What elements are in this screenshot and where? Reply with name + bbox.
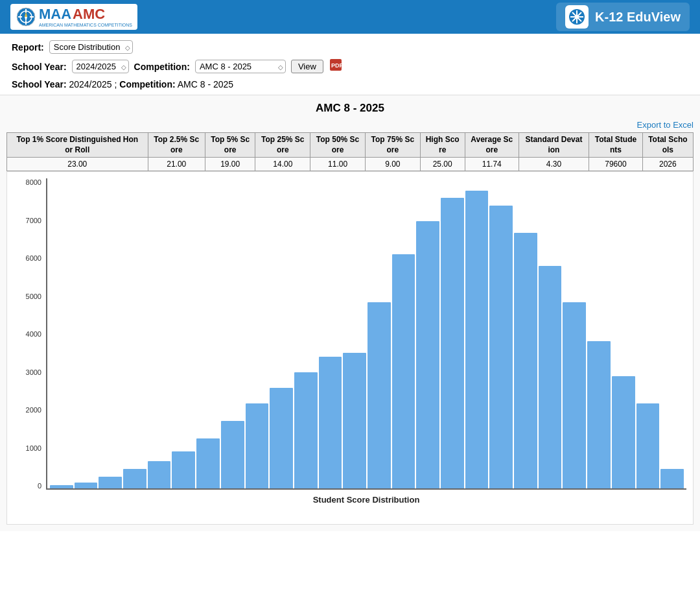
bar-score-14 <box>392 254 415 488</box>
table-cell-7: 11.74 <box>465 158 519 171</box>
table-cell-5: 9.00 <box>365 158 420 171</box>
bar-score-2 <box>99 477 122 488</box>
app-header: MAA AMC AMERICAN MATHEMATICS COMPETITION… <box>0 0 700 34</box>
bar-score-15 <box>416 221 439 488</box>
bar-score-22 <box>587 341 611 488</box>
table-cell-2: 19.00 <box>205 158 255 171</box>
school-competition-row: School Year: 2024/2025 Competition: AMC … <box>12 58 688 75</box>
chart-wrap: 010002000300040005000600070008000 <box>46 178 686 490</box>
col-top5: Top 5% Score <box>205 133 255 158</box>
snowflake-icon <box>568 8 585 25</box>
controls-panel: Report: Score Distribution School Year: … <box>0 34 700 95</box>
y-label: 1000 <box>10 444 41 452</box>
bars-area <box>46 178 686 490</box>
info-row: School Year: 2024/2025 ; Competition: AM… <box>12 79 688 90</box>
svg-text:PDF: PDF <box>331 62 343 69</box>
y-label: 6000 <box>10 254 41 262</box>
school-year-wrapper[interactable]: 2024/2025 <box>72 60 129 73</box>
bar-score-12 <box>343 353 366 488</box>
logo-amc: AMC <box>73 6 105 23</box>
report-content: AMC 8 - 2025 Export to Excel Top 1% Scor… <box>0 95 700 531</box>
svg-point-13 <box>575 15 579 19</box>
stats-table: Top 1% Score Distinguished Honor Roll To… <box>6 132 694 171</box>
compass-icon <box>16 6 36 27</box>
col-high: High Score <box>420 133 465 158</box>
y-label: 4000 <box>10 330 41 338</box>
info-competition-value: AMC 8 - 2025 <box>178 79 233 90</box>
bar-score-16 <box>441 198 464 488</box>
table-cell-10: 2026 <box>642 158 693 171</box>
chart-x-label: Student Score Distribution <box>46 495 686 505</box>
eduview-icon <box>565 5 589 29</box>
y-label: 7000 <box>10 217 41 224</box>
table-cell-6: 25.00 <box>420 158 465 171</box>
export-to-excel-link[interactable]: Export to Excel <box>637 120 694 130</box>
pdf-icon: PDF <box>329 58 343 72</box>
competition-label: Competition: <box>134 62 190 72</box>
logo-maa: MAA <box>39 6 71 23</box>
bar-score-19 <box>514 233 537 488</box>
info-school-year-label: School Year: <box>12 79 69 90</box>
bar-score-3 <box>123 469 146 488</box>
bar-score-17 <box>465 191 489 488</box>
report-row: Report: Score Distribution <box>12 40 688 54</box>
table-cell-4: 11.00 <box>310 158 366 171</box>
bar-score-4 <box>148 461 171 488</box>
report-selector[interactable]: Score Distribution <box>49 40 133 54</box>
col-stddev: Standard Devation <box>519 133 589 158</box>
bar-score-25 <box>660 469 684 488</box>
col-students: Total Students <box>589 133 643 158</box>
bar-score-1 <box>75 483 98 488</box>
logo-area: MAA AMC AMERICAN MATHEMATICS COMPETITION… <box>10 4 137 30</box>
report-selector-wrapper[interactable]: Score Distribution <box>49 40 133 54</box>
maa-logo-box: MAA AMC AMERICAN MATHEMATICS COMPETITION… <box>10 4 137 30</box>
col-top25: Top 25% Score <box>255 133 310 158</box>
view-button[interactable]: View <box>291 60 323 73</box>
school-year-selector[interactable]: 2024/2025 <box>72 60 129 73</box>
bar-score-6 <box>196 438 220 489</box>
table-cell-9: 79600 <box>589 158 643 171</box>
info-school-year-value: 2024/2025 <box>69 79 111 90</box>
table-cell-0: 23.00 <box>7 158 148 171</box>
col-schools: Total Schools <box>642 133 693 158</box>
bar-score-11 <box>319 357 342 488</box>
report-label: Report: <box>12 42 44 53</box>
y-label: 3000 <box>10 368 41 376</box>
bar-score-5 <box>172 451 195 488</box>
y-label: 5000 <box>10 293 41 300</box>
col-top75: Top 75% Score <box>365 133 420 158</box>
bar-score-20 <box>539 266 562 489</box>
table-header-row: Top 1% Score Distinguished Honor Roll To… <box>7 133 694 158</box>
report-title: AMC 8 - 2025 <box>6 102 694 115</box>
app-name-area: K-12 EduView <box>556 3 690 31</box>
table-cell-3: 14.00 <box>255 158 310 171</box>
bar-score-0 <box>50 485 73 488</box>
table-row: 23.0021.0019.0014.0011.009.0025.0011.744… <box>7 158 694 171</box>
y-label: 8000 <box>10 178 41 186</box>
bar-score-13 <box>368 302 391 488</box>
competition-selector[interactable]: AMC 8 - 2025 <box>195 60 286 73</box>
bar-score-23 <box>612 376 635 488</box>
col-top1: Top 1% Score Distinguished Honor Roll <box>7 133 148 158</box>
bar-score-18 <box>489 206 513 488</box>
col-top50: Top 50% Score <box>310 133 366 158</box>
pdf-button[interactable]: PDF <box>329 58 343 75</box>
app-name-label: K-12 EduView <box>595 10 681 25</box>
logo-text-area: MAA AMC AMERICAN MATHEMATICS COMPETITION… <box>39 6 132 28</box>
bar-score-24 <box>636 403 660 488</box>
y-label: 0 <box>10 482 41 490</box>
y-label: 2000 <box>10 406 41 414</box>
bar-score-10 <box>294 372 318 488</box>
chart-container: 010002000300040005000600070008000 Studen… <box>6 171 694 525</box>
export-row: Export to Excel <box>6 120 694 130</box>
competition-wrapper[interactable]: AMC 8 - 2025 <box>195 60 286 73</box>
col-top2-5: Top 2.5% Score <box>148 133 205 158</box>
bar-score-8 <box>246 403 269 488</box>
y-axis-labels: 010002000300040005000600070008000 <box>10 178 41 490</box>
bar-score-7 <box>221 421 244 489</box>
school-year-label: School Year: <box>12 62 67 72</box>
bar-score-9 <box>270 388 293 488</box>
table-cell-1: 21.00 <box>148 158 205 171</box>
table-cell-8: 4.30 <box>519 158 589 171</box>
col-avg: Average Score <box>465 133 519 158</box>
